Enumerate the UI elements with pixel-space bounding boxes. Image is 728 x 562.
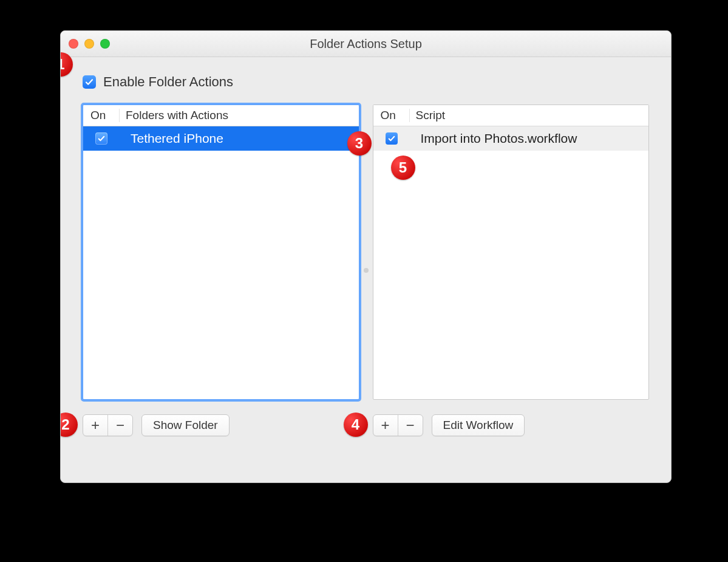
folders-table-header: On Folders with Actions: [83, 105, 359, 126]
script-row-name: Import into Photos.workflow: [410, 131, 649, 146]
table-row[interactable]: Import into Photos.workflow: [373, 126, 649, 151]
scripts-table-header: On Script: [373, 105, 649, 126]
annotation-badge-4: 4: [344, 413, 368, 437]
check-icon: [388, 135, 395, 142]
enable-folder-actions-row: Enable Folder Actions: [83, 74, 649, 90]
edit-workflow-button[interactable]: Edit Workflow: [432, 414, 525, 436]
window-title: Folder Actions Setup: [61, 37, 671, 51]
scripts-header-on[interactable]: On: [373, 109, 410, 122]
folders-pane: On Folders with Actions: [83, 105, 359, 436]
folders-button-row: 2 + − Show Folder: [83, 414, 359, 436]
folder-row-checkbox[interactable]: [95, 132, 107, 145]
close-icon[interactable]: [69, 39, 78, 49]
script-row-checkbox[interactable]: [386, 132, 398, 145]
window-content: 1 Enable Folder Actions On Folders with …: [61, 57, 671, 483]
scripts-add-remove-group: + −: [373, 414, 423, 436]
scripts-button-row: 4 + − Edit Workflow: [373, 414, 650, 436]
remove-script-button[interactable]: −: [398, 415, 423, 436]
minimize-icon[interactable]: [84, 39, 94, 49]
scripts-table[interactable]: On Script Import: [373, 105, 650, 400]
table-row[interactable]: Tethered iPhone: [83, 126, 359, 151]
annotation-badge-2: 2: [60, 413, 78, 437]
check-icon: [98, 135, 105, 142]
folder-row-name: Tethered iPhone: [120, 131, 359, 146]
pane-divider-handle[interactable]: [364, 268, 369, 273]
folders-header-name[interactable]: Folders with Actions: [120, 109, 359, 122]
panes-container: On Folders with Actions: [83, 105, 649, 436]
folders-add-remove-group: + −: [83, 414, 133, 436]
folders-table-body: Tethered iPhone: [83, 126, 359, 151]
traffic-lights: [69, 31, 110, 57]
zoom-icon[interactable]: [100, 39, 110, 49]
scripts-table-body: Import into Photos.workflow: [373, 126, 649, 151]
scripts-header-name[interactable]: Script: [410, 109, 649, 122]
enable-folder-actions-checkbox[interactable]: [83, 75, 96, 89]
folders-table[interactable]: On Folders with Actions: [83, 105, 359, 400]
script-row-on-cell: [373, 132, 410, 145]
add-script-button[interactable]: +: [373, 415, 398, 436]
add-folder-button[interactable]: +: [83, 415, 107, 436]
enable-folder-actions-label: Enable Folder Actions: [103, 74, 233, 90]
window-titlebar: Folder Actions Setup: [61, 31, 671, 57]
annotation-badge-3: 3: [347, 131, 372, 156]
scripts-pane: On Script Import: [373, 105, 650, 436]
folders-header-on[interactable]: On: [83, 109, 120, 122]
annotation-badge-5: 5: [391, 156, 415, 180]
remove-folder-button[interactable]: −: [107, 415, 132, 436]
folder-actions-window: Folder Actions Setup 1 Enable Folder Act…: [60, 30, 672, 483]
check-icon: [85, 78, 94, 86]
folder-row-on-cell: [83, 132, 120, 145]
show-folder-button[interactable]: Show Folder: [141, 414, 230, 436]
